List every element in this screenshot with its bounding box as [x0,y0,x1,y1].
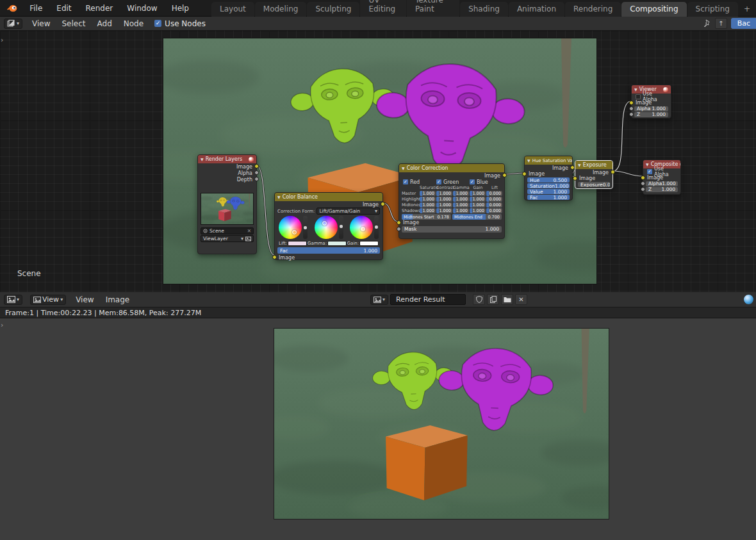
gain-wheel[interactable] [350,216,379,239]
node-render-layers-header[interactable]: ▼ Render Layers [198,155,256,163]
shadows-gamma[interactable]: 1.000 [453,208,469,213]
mask-input-socket[interactable] [397,227,401,231]
master-gain[interactable]: 1.000 [470,191,486,196]
highlights-saturation[interactable]: 1.000 [420,197,436,202]
image-output-socket[interactable] [570,165,575,170]
view-layer-dropdown[interactable]: ViewLayer ▾ [201,235,254,242]
highlights-gamma[interactable]: 1.000 [453,197,469,202]
master-contrast[interactable]: 1.000 [436,191,452,196]
hue-slider[interactable]: Hue0.500 [527,177,570,183]
highlights-gain[interactable]: 1.000 [470,197,486,202]
highlights-lift[interactable]: 0.000 [486,197,502,202]
node-menu-node[interactable]: Node [118,19,149,28]
collapse-arrow-icon[interactable]: ▼ [402,166,405,170]
image-browse-dropdown[interactable]: ▾ [370,295,388,305]
image-input-socket[interactable] [397,220,401,225]
lift-color-swatch[interactable] [288,241,307,246]
image-output-socket[interactable] [502,173,507,177]
use-nodes-checkbox[interactable]: ✓ Use Nodes [154,19,206,28]
new-image-button[interactable] [487,294,499,305]
node-editor-canvas[interactable]: › [0,31,756,292]
shadows-gain[interactable]: 1.000 [470,208,486,213]
master-saturation[interactable]: 1.000 [420,191,436,196]
lift-value-slider[interactable] [303,216,308,239]
node-menu-select[interactable]: Select [56,19,92,28]
gamma-value-slider[interactable] [339,216,343,239]
unlink-icon[interactable]: ✕ [247,228,251,234]
midtones-saturation[interactable]: 1.000 [420,202,436,208]
alpha-slider[interactable]: Alpha1.000 [646,181,678,186]
tab-rendering[interactable]: Rendering [565,2,621,17]
use-alpha-checkbox[interactable]: ✓ [647,169,652,174]
menu-help[interactable]: Help [165,0,196,17]
pin-icon[interactable] [703,19,711,28]
image-output-socket[interactable] [381,202,385,206]
collapse-arrow-icon[interactable]: ▼ [578,163,581,167]
menu-render[interactable]: Render [79,0,120,17]
shadows-saturation[interactable]: 1.000 [420,208,436,213]
tab-animation[interactable]: Animation [509,2,564,17]
red-channel-checkbox[interactable]: ✓ [403,179,408,184]
menu-edit[interactable]: Edit [49,0,78,17]
open-image-button[interactable] [501,294,513,305]
midtones-start-slider[interactable]: Midtones Start 0.178 [402,214,451,220]
collapse-arrow-icon[interactable]: ▼ [277,195,281,199]
fac-slider[interactable]: Fac1.000 [527,195,570,200]
tab-layout[interactable]: Layout [211,2,254,17]
sidebar-toggle-arrow[interactable]: › [1,321,3,329]
node-color-balance-header[interactable]: ▼ Color Balance [275,193,382,201]
image-menu-view[interactable]: View [70,295,99,304]
display-mode-dropdown[interactable]: View ▾ [30,295,66,305]
tab-texture-paint[interactable]: Texture Paint [407,0,459,17]
wheel-handle[interactable] [361,227,365,231]
master-gamma[interactable]: 1.000 [453,191,469,196]
wheel-handle[interactable] [292,230,297,234]
tab-shading[interactable]: Shading [460,2,508,17]
tab-modeling[interactable]: Modeling [255,2,307,17]
scene-selector[interactable]: Scene ✕ [201,227,254,234]
image-input-socket[interactable] [629,101,634,105]
node-render-layers[interactable]: ▼ Render Layers Image Alpha Depth [197,154,257,254]
midtones-end-slider[interactable]: Midtones End 0.700 [452,214,502,220]
master-lift[interactable]: 0.000 [486,191,502,196]
z-slider[interactable]: Z1.000 [634,112,668,117]
node-color-correction-header[interactable]: ▼ Color Correction [399,164,504,172]
use-alpha-checkbox[interactable] [636,94,641,99]
image-input-socket[interactable] [641,176,645,180]
node-composite[interactable]: ▼ Composite ✓ Use Alpha Image Alpha1.000 [643,160,681,195]
collapse-arrow-icon[interactable]: ▼ [646,162,649,167]
z-input-socket[interactable] [629,112,634,117]
midtones-lift[interactable]: 0.000 [486,202,502,208]
alpha-input-socket[interactable] [629,106,634,111]
z-input-socket[interactable] [641,187,645,192]
depth-output-socket[interactable] [254,177,259,181]
gain-color-swatch[interactable] [359,241,379,246]
gamma-wheel[interactable] [315,216,343,239]
blue-channel-checkbox[interactable]: ✓ [470,179,475,184]
image-input-socket[interactable] [272,255,277,259]
node-menu-view[interactable]: View [26,19,56,28]
node-hue-saturation-value[interactable]: ▼ Hue Saturation Value Image Image Hue0.… [524,156,573,200]
correction-formula-dropdown[interactable]: Lift/Gamma/Gain ▾ [316,208,380,215]
collapse-arrow-icon[interactable]: ▼ [201,157,204,161]
green-channel-checkbox[interactable]: ✓ [436,179,441,184]
image-editor-canvas[interactable]: › [0,318,756,540]
mask-slider[interactable]: Mask 1.000 [402,226,502,233]
menu-window[interactable]: Window [120,0,164,17]
node-viewer[interactable]: ▼ Viewer Use Alpha Image Alpha1.000 [631,85,671,119]
shadows-contrast[interactable]: 1.000 [436,208,452,213]
sidebar-toggle-arrow[interactable]: › [1,36,3,44]
collapse-arrow-icon[interactable]: ▼ [527,158,530,163]
unlink-image-button[interactable]: ✕ [515,294,527,305]
image-input-socket[interactable] [522,172,527,176]
midtones-gamma[interactable]: 1.000 [453,202,469,208]
editor-type-dropdown[interactable]: ▾ [4,295,22,305]
shadows-lift[interactable]: 0.000 [486,208,502,213]
alpha-output-socket[interactable] [254,170,259,175]
z-slider[interactable]: Z1.000 [646,187,678,192]
node-exposure[interactable]: ▼ Exposure Image Image Exposure0.000 [575,160,613,189]
node-menu-add[interactable]: Add [92,19,118,28]
exposure-slider[interactable]: Exposure0.000 [578,182,610,187]
node-exposure-header[interactable]: ▼ Exposure [575,161,612,169]
wheel-handle[interactable] [322,221,327,225]
